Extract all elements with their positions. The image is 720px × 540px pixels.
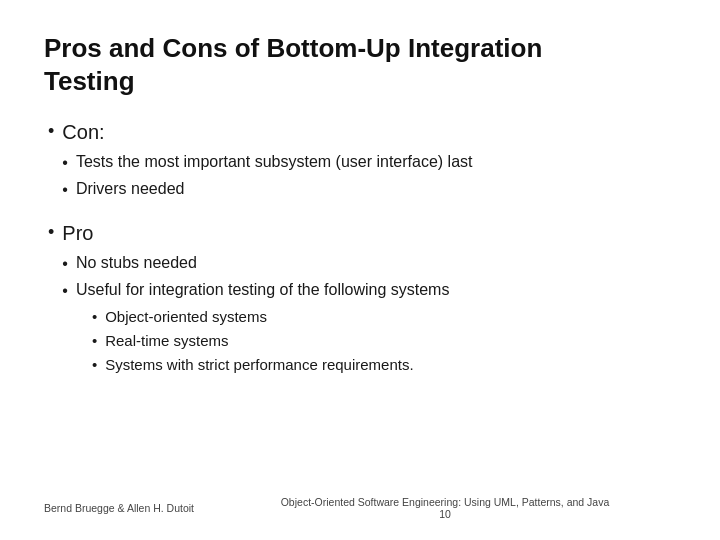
footer-center: Object-Oriented Software Engineering: Us…: [214, 496, 676, 520]
bullet3-1: •: [92, 306, 97, 327]
con-sub-list-container: • Tests the most important subsystem (us…: [62, 151, 472, 202]
bullet-con: •: [48, 120, 54, 143]
list-item: • No stubs needed: [62, 252, 449, 275]
bullet3-2: •: [92, 330, 97, 351]
pro-sub-list-container: • No stubs needed • Useful for integrati…: [62, 252, 449, 378]
list-item: • Object-oriented systems: [92, 306, 450, 327]
con-item-2: Drivers needed: [76, 178, 185, 200]
pro-sub-list: • No stubs needed • Useful for integrati…: [62, 252, 449, 378]
footer-center-line2: 10: [214, 508, 676, 520]
level3-container: • Object-oriented systems • Real-time sy…: [92, 306, 450, 375]
list-item: • Useful for integration testing of the …: [62, 279, 449, 377]
slide-title: Pros and Cons of Bottom-Up Integration T…: [44, 32, 676, 97]
list-item-con: • Con: • Tests the most important subsys…: [48, 119, 676, 206]
slide: Pros and Cons of Bottom-Up Integration T…: [0, 0, 720, 540]
list-item: • Systems with strict performance requir…: [92, 354, 450, 375]
list-item: • Drivers needed: [62, 178, 472, 201]
con-item-1: Tests the most important subsystem (user…: [76, 151, 473, 173]
bullet2-2: •: [62, 179, 68, 201]
slide-content: • Con: • Tests the most important subsys…: [44, 119, 676, 486]
list-item: • Real-time systems: [92, 330, 450, 351]
pro-container: Pro • No stubs needed • Useful for integ…: [62, 220, 449, 382]
bullet2-pro-2: •: [62, 280, 68, 302]
bullet-pro: •: [48, 221, 54, 244]
level3-item-3: Systems with strict performance requirem…: [105, 354, 413, 375]
pro-item-2: Useful for integration testing of the fo…: [76, 281, 450, 298]
title-line2: Testing: [44, 66, 135, 96]
bullet2-1: •: [62, 152, 68, 174]
title-line1: Pros and Cons of Bottom-Up Integration: [44, 33, 542, 63]
slide-footer: Bernd Bruegge & Allen H. Dutoit Object-O…: [44, 486, 676, 520]
level3-item-1: Object-oriented systems: [105, 306, 267, 327]
con-sub-list: • Tests the most important subsystem (us…: [62, 151, 472, 202]
bullet3-3: •: [92, 354, 97, 375]
con-container: Con: • Tests the most important subsyste…: [62, 119, 472, 206]
bullet2-pro-1: •: [62, 253, 68, 275]
pro-item-1: No stubs needed: [76, 252, 197, 274]
list-item-pro: • Pro • No stubs needed • Use: [48, 220, 676, 382]
footer-center-line1: Object-Oriented Software Engineering: Us…: [214, 496, 676, 508]
level3-item-2: Real-time systems: [105, 330, 228, 351]
footer-left: Bernd Bruegge & Allen H. Dutoit: [44, 502, 194, 514]
pro-label: Pro: [62, 222, 93, 244]
pro-item-2-container: Useful for integration testing of the fo…: [76, 279, 450, 377]
con-label: Con:: [62, 121, 104, 143]
main-list: • Con: • Tests the most important subsys…: [48, 119, 676, 382]
level3-list: • Object-oriented systems • Real-time sy…: [92, 306, 450, 375]
list-item: • Tests the most important subsystem (us…: [62, 151, 472, 174]
